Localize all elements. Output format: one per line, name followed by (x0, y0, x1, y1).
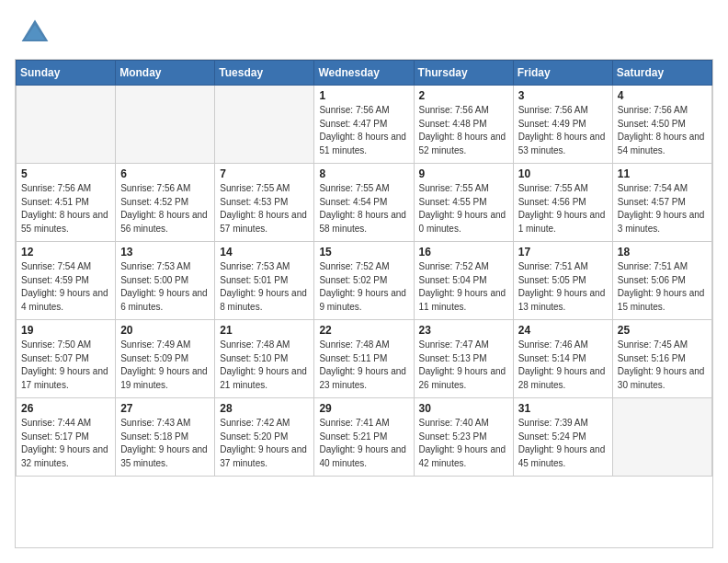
weekday-tuesday: Tuesday (215, 61, 314, 86)
calendar-cell: 23Sunrise: 7:47 AM Sunset: 5:13 PM Dayli… (414, 320, 513, 398)
calendar-cell (17, 86, 116, 164)
day-info: Sunrise: 7:40 AM Sunset: 5:23 PM Dayligh… (419, 417, 508, 470)
calendar-cell (215, 86, 314, 164)
calendar-cell: 30Sunrise: 7:40 AM Sunset: 5:23 PM Dayli… (414, 398, 513, 477)
calendar-cell: 29Sunrise: 7:41 AM Sunset: 5:21 PM Dayli… (314, 398, 414, 477)
calendar-cell: 10Sunrise: 7:55 AM Sunset: 4:56 PM Dayli… (513, 164, 612, 242)
day-number: 20 (120, 324, 210, 337)
calendar-cell: 6Sunrise: 7:56 AM Sunset: 4:52 PM Daylig… (116, 164, 215, 242)
week-row-3: 12Sunrise: 7:54 AM Sunset: 4:59 PM Dayli… (17, 242, 712, 320)
day-info: Sunrise: 7:51 AM Sunset: 5:05 PM Dayligh… (518, 260, 608, 314)
weekday-saturday: Saturday (612, 61, 711, 86)
calendar-cell: 21Sunrise: 7:48 AM Sunset: 5:10 PM Dayli… (215, 320, 314, 398)
calendar-cell: 12Sunrise: 7:54 AM Sunset: 4:59 PM Dayli… (17, 242, 116, 320)
day-info: Sunrise: 7:49 AM Sunset: 5:09 PM Dayligh… (120, 339, 210, 392)
calendar-cell: 7Sunrise: 7:55 AM Sunset: 4:53 PM Daylig… (215, 164, 314, 242)
day-number: 2 (419, 89, 508, 102)
week-row-5: 26Sunrise: 7:44 AM Sunset: 5:17 PM Dayli… (17, 398, 712, 477)
day-number: 3 (518, 89, 608, 102)
day-number: 12 (21, 246, 110, 259)
calendar-cell: 25Sunrise: 7:45 AM Sunset: 5:16 PM Dayli… (612, 320, 711, 398)
weekday-thursday: Thursday (414, 61, 513, 86)
weekday-sunday: Sunday (17, 61, 116, 86)
calendar-cell (116, 86, 215, 164)
logo-icon (18, 17, 51, 50)
week-row-1: 1Sunrise: 7:56 AM Sunset: 4:47 PM Daylig… (17, 86, 712, 164)
day-number: 9 (419, 167, 508, 180)
day-number: 26 (21, 402, 110, 415)
day-info: Sunrise: 7:56 AM Sunset: 4:52 PM Dayligh… (120, 182, 210, 236)
calendar-table: SundayMondayTuesdayWednesdayThursdayFrid… (16, 60, 712, 477)
day-info: Sunrise: 7:48 AM Sunset: 5:10 PM Dayligh… (220, 339, 309, 392)
day-info: Sunrise: 7:52 AM Sunset: 5:02 PM Dayligh… (319, 260, 408, 314)
calendar-body: 1Sunrise: 7:56 AM Sunset: 4:47 PM Daylig… (17, 86, 712, 477)
day-info: Sunrise: 7:56 AM Sunset: 4:49 PM Dayligh… (518, 104, 608, 157)
day-info: Sunrise: 7:46 AM Sunset: 5:14 PM Dayligh… (518, 339, 608, 392)
calendar-cell: 11Sunrise: 7:54 AM Sunset: 4:57 PM Dayli… (612, 164, 711, 242)
day-info: Sunrise: 7:56 AM Sunset: 4:51 PM Dayligh… (21, 182, 110, 236)
calendar-cell: 31Sunrise: 7:39 AM Sunset: 5:24 PM Dayli… (513, 398, 612, 477)
day-number: 21 (220, 324, 309, 337)
day-number: 30 (419, 402, 508, 415)
day-number: 14 (220, 246, 309, 259)
day-info: Sunrise: 7:41 AM Sunset: 5:21 PM Dayligh… (319, 417, 408, 470)
header (0, 0, 728, 59)
day-number: 24 (518, 324, 608, 337)
calendar: SundayMondayTuesdayWednesdayThursdayFrid… (15, 59, 713, 548)
calendar-cell: 22Sunrise: 7:48 AM Sunset: 5:11 PM Dayli… (314, 320, 414, 398)
day-info: Sunrise: 7:47 AM Sunset: 5:13 PM Dayligh… (419, 339, 508, 392)
calendar-cell: 2Sunrise: 7:56 AM Sunset: 4:48 PM Daylig… (414, 86, 513, 164)
weekday-monday: Monday (116, 61, 215, 86)
page: SundayMondayTuesdayWednesdayThursdayFrid… (0, 0, 728, 563)
day-number: 22 (319, 324, 408, 337)
day-info: Sunrise: 7:55 AM Sunset: 4:55 PM Dayligh… (419, 182, 508, 236)
day-number: 8 (319, 167, 408, 180)
weekday-header-row: SundayMondayTuesdayWednesdayThursdayFrid… (17, 61, 712, 86)
calendar-header: SundayMondayTuesdayWednesdayThursdayFrid… (17, 61, 712, 86)
day-info: Sunrise: 7:54 AM Sunset: 4:57 PM Dayligh… (618, 182, 707, 236)
calendar-cell: 5Sunrise: 7:56 AM Sunset: 4:51 PM Daylig… (17, 164, 116, 242)
day-info: Sunrise: 7:53 AM Sunset: 5:01 PM Dayligh… (220, 260, 309, 314)
calendar-cell: 4Sunrise: 7:56 AM Sunset: 4:50 PM Daylig… (612, 86, 711, 164)
week-row-4: 19Sunrise: 7:50 AM Sunset: 5:07 PM Dayli… (17, 320, 712, 398)
calendar-cell: 27Sunrise: 7:43 AM Sunset: 5:18 PM Dayli… (116, 398, 215, 477)
day-info: Sunrise: 7:52 AM Sunset: 5:04 PM Dayligh… (419, 260, 508, 314)
day-info: Sunrise: 7:44 AM Sunset: 5:17 PM Dayligh… (21, 417, 110, 470)
day-info: Sunrise: 7:39 AM Sunset: 5:24 PM Dayligh… (518, 417, 608, 470)
calendar-cell: 20Sunrise: 7:49 AM Sunset: 5:09 PM Dayli… (116, 320, 215, 398)
day-number: 13 (120, 246, 210, 259)
calendar-cell: 3Sunrise: 7:56 AM Sunset: 4:49 PM Daylig… (513, 86, 612, 164)
weekday-wednesday: Wednesday (314, 61, 414, 86)
day-info: Sunrise: 7:56 AM Sunset: 4:47 PM Dayligh… (319, 104, 408, 157)
day-info: Sunrise: 7:56 AM Sunset: 4:48 PM Dayligh… (419, 104, 508, 157)
day-number: 29 (319, 402, 408, 415)
day-number: 7 (220, 167, 309, 180)
day-number: 11 (618, 167, 707, 180)
week-row-2: 5Sunrise: 7:56 AM Sunset: 4:51 PM Daylig… (17, 164, 712, 242)
calendar-cell: 24Sunrise: 7:46 AM Sunset: 5:14 PM Dayli… (513, 320, 612, 398)
day-number: 6 (120, 167, 210, 180)
day-info: Sunrise: 7:55 AM Sunset: 4:54 PM Dayligh… (319, 182, 408, 236)
day-number: 18 (618, 246, 707, 259)
calendar-cell: 26Sunrise: 7:44 AM Sunset: 5:17 PM Dayli… (17, 398, 116, 477)
weekday-friday: Friday (513, 61, 612, 86)
day-info: Sunrise: 7:53 AM Sunset: 5:00 PM Dayligh… (120, 260, 210, 314)
calendar-cell: 17Sunrise: 7:51 AM Sunset: 5:05 PM Dayli… (513, 242, 612, 320)
calendar-cell: 14Sunrise: 7:53 AM Sunset: 5:01 PM Dayli… (215, 242, 314, 320)
calendar-cell: 18Sunrise: 7:51 AM Sunset: 5:06 PM Dayli… (612, 242, 711, 320)
day-number: 4 (618, 89, 707, 102)
day-number: 27 (120, 402, 210, 415)
day-info: Sunrise: 7:56 AM Sunset: 4:50 PM Dayligh… (618, 104, 707, 157)
logo (18, 17, 55, 50)
calendar-cell: 1Sunrise: 7:56 AM Sunset: 4:47 PM Daylig… (314, 86, 414, 164)
day-info: Sunrise: 7:55 AM Sunset: 4:56 PM Dayligh… (518, 182, 608, 236)
day-number: 17 (518, 246, 608, 259)
calendar-cell (612, 398, 711, 477)
day-info: Sunrise: 7:45 AM Sunset: 5:16 PM Dayligh… (618, 339, 707, 392)
calendar-cell: 16Sunrise: 7:52 AM Sunset: 5:04 PM Dayli… (414, 242, 513, 320)
day-info: Sunrise: 7:42 AM Sunset: 5:20 PM Dayligh… (220, 417, 309, 470)
day-number: 5 (21, 167, 110, 180)
calendar-cell: 28Sunrise: 7:42 AM Sunset: 5:20 PM Dayli… (215, 398, 314, 477)
day-info: Sunrise: 7:48 AM Sunset: 5:11 PM Dayligh… (319, 339, 408, 392)
day-number: 19 (21, 324, 110, 337)
